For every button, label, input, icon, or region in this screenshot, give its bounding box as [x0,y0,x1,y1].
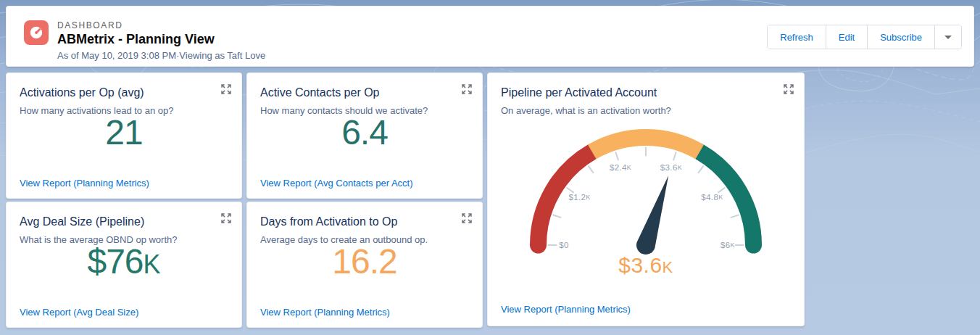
entity-label: DASHBOARD [57,20,215,30]
expand-icon[interactable] [462,213,472,223]
card-pipeline-per-activated-account: Pipeline per Activated Account On averag… [487,73,805,326]
card-title: Active Contacts per Op [260,86,453,100]
card-days-activation-to-op: Days from Activation to Op Average days … [246,202,483,328]
card-active-contacts-per-op: Active Contacts per Op How many contacts… [246,73,483,199]
dashboard-gauge-icon [24,20,49,45]
metric-value: 6.4 [247,112,482,154]
svg-text:$2.4K: $2.4K [610,163,631,172]
svg-text:$3.6K: $3.6K [618,253,673,277]
more-actions-button[interactable] [935,25,961,49]
metric-value: 21 [7,112,241,154]
edit-button[interactable]: Edit [826,25,868,49]
expand-icon[interactable] [221,213,231,223]
expand-icon[interactable] [462,84,472,94]
chevron-down-icon [944,36,952,39]
expand-icon[interactable] [221,84,231,94]
svg-text:$3.6K: $3.6K [660,163,682,172]
dashboard-meta: As of May 10, 2019 3:08 PM·Viewing as Ta… [57,50,265,61]
refresh-button[interactable]: Refresh [768,25,826,49]
metric-value: $76K [7,241,241,286]
view-report-link[interactable]: View Report (Avg Deal Size) [20,307,138,318]
card-title: Days from Activation to Op [260,215,453,229]
view-report-link[interactable]: View Report (Planning Metrics) [501,304,631,315]
card-title: Pipeline per Activated Account [501,86,775,100]
view-report-link[interactable]: View Report (Planning Metrics) [20,178,149,189]
card-avg-deal-size: Avg Deal Size (Pipeline) What is the ave… [6,202,242,328]
view-report-link[interactable]: View Report (Planning Metrics) [260,307,390,318]
card-subtitle: On average, what is an activation worth? [501,104,786,117]
svg-text:$1.2K: $1.2K [568,193,590,202]
subscribe-button[interactable]: Subscribe [868,25,935,49]
metric-value: 16.2 [247,241,482,283]
view-report-link[interactable]: View Report (Avg Contacts per Acct) [260,178,413,189]
header-actions: Refresh Edit Subscribe [767,25,962,49]
card-title: Avg Deal Size (Pipeline) [20,215,212,229]
card-title: Activations per Op (avg) [20,86,212,100]
svg-text:$4.8K: $4.8K [701,193,723,202]
svg-text:$6K: $6K [721,241,735,249]
svg-text:$0: $0 [559,241,569,249]
card-activations-per-op: Activations per Op (avg) How many activa… [6,73,242,199]
dashboard-header: DASHBOARD ABMetrix - Planning View As of… [6,6,974,67]
page-title: ABMetrix - Planning View [57,31,215,47]
gauge-chart: $0$1.2K$2.4K$3.6K$4.8K$6K$3.6K [488,117,804,294]
expand-icon[interactable] [784,84,794,94]
